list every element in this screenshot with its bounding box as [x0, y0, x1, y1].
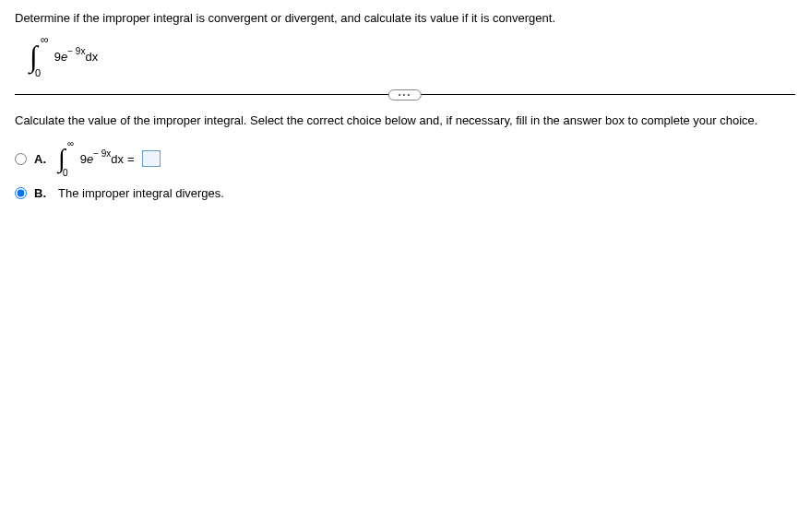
integral-display: ∫ ∞ 0 9e− 9xdx: [30, 41, 795, 71]
choice-b-label: B.: [34, 186, 49, 200]
integrand: 9e− 9xdx: [54, 48, 98, 64]
choice-a-lower-limit: 0: [63, 169, 68, 178]
choice-a-row: A. ∫ ∞ 0 9e− 9xdx =: [15, 146, 795, 171]
instruction-text: Calculate the value of the improper inte…: [15, 113, 795, 127]
choice-a-coefficient: 9: [80, 153, 87, 167]
choice-b-radio[interactable]: [15, 187, 27, 199]
integral-lower-limit: 0: [35, 68, 41, 78]
choice-a-integral-sign: ∫ ∞ 0: [58, 146, 66, 171]
integral-sign: ∫ ∞ 0: [30, 41, 38, 71]
choice-b-text: The improper integral diverges.: [58, 186, 224, 200]
equals-sign: =: [127, 152, 135, 166]
choice-a-label: A.: [34, 152, 49, 166]
coefficient: 9: [54, 51, 61, 65]
choice-a-radio[interactable]: [15, 153, 27, 165]
exponent: − 9x: [67, 46, 85, 56]
choice-b-content: The improper integral diverges.: [58, 186, 224, 200]
choice-a-upper-limit: ∞: [67, 139, 74, 148]
question-text: Determine if the improper integral is co…: [15, 11, 795, 25]
differential: dx: [85, 51, 98, 65]
ellipsis-icon[interactable]: •••: [388, 89, 422, 100]
choice-a-content: ∫ ∞ 0 9e− 9xdx =: [58, 146, 161, 171]
choice-a-differential: dx: [111, 153, 124, 167]
answer-input[interactable]: [142, 150, 161, 167]
choice-b-row: B. The improper integral diverges.: [15, 186, 795, 200]
choice-a-integrand: 9e− 9xdx: [80, 150, 124, 166]
divider-section: •••: [15, 94, 795, 95]
integral-upper-limit: ∞: [41, 34, 49, 45]
choice-a-exponent: − 9x: [93, 148, 111, 159]
